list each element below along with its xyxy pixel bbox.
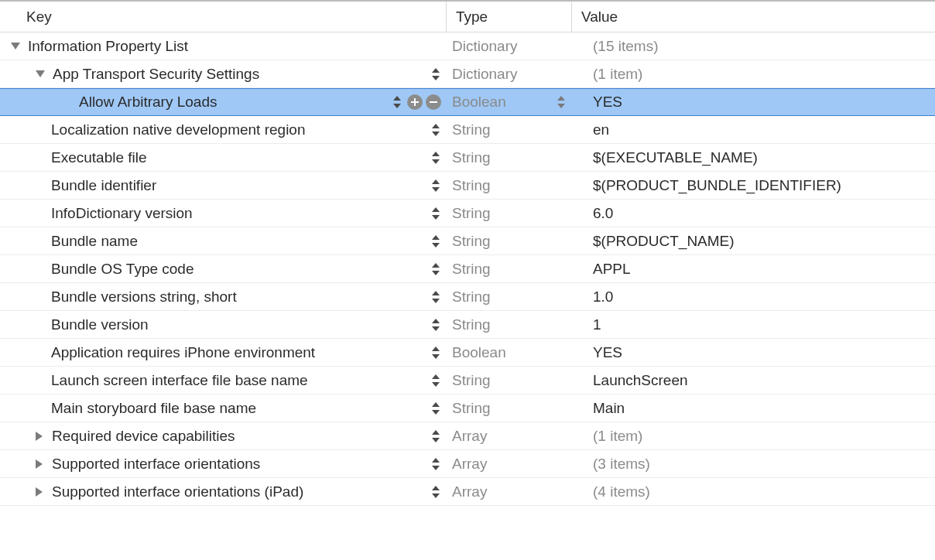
type-cell[interactable]: Dictionary [446,60,571,87]
value-cell[interactable]: YES [571,339,935,366]
key-cell[interactable]: Main storyboard file base name [0,394,446,422]
key-label[interactable]: Supported interface orientations (iPad) [52,483,430,500]
value-cell[interactable]: (1 item) [571,60,935,87]
key-label[interactable]: Localization native development region [51,121,430,138]
value-cell[interactable]: (15 items) [571,32,935,60]
table-row[interactable]: Executable fileString$(EXECUTABLE_NAME) [0,144,935,172]
key-stepper-icon[interactable] [430,233,441,250]
value-cell[interactable]: APPL [571,255,935,282]
value-cell[interactable]: YES [571,89,935,115]
key-label[interactable]: Allow Arbitrary Loads [79,94,392,111]
value-cell[interactable]: $(PRODUCT_NAME) [571,227,935,254]
value-cell[interactable]: (1 item) [571,422,935,449]
disclosure-triangle-right-icon[interactable] [36,459,43,469]
disclosure-triangle-right-icon[interactable] [36,487,43,497]
key-cell[interactable]: InfoDictionary version [0,200,446,227]
key-stepper-icon[interactable] [430,456,441,473]
type-cell[interactable]: Dictionary [446,32,571,60]
key-stepper-icon[interactable] [430,261,441,278]
key-label[interactable]: Executable file [51,149,430,166]
disclosure-triangle-right-icon[interactable] [36,432,43,441]
key-label[interactable]: App Transport Security Settings [53,66,430,83]
key-stepper-icon[interactable] [430,289,441,306]
table-row[interactable]: Required device capabilitiesArray(1 item… [0,422,935,450]
key-label[interactable]: Bundle OS Type code [51,261,430,278]
key-label[interactable]: InfoDictionary version [51,205,430,222]
value-cell[interactable]: $(EXECUTABLE_NAME) [571,144,935,171]
key-label[interactable]: Bundle versions string, short [51,289,430,306]
disclosure-triangle-down-icon[interactable] [36,70,45,77]
type-cell[interactable]: Array [446,478,571,505]
type-cell[interactable]: String [446,283,571,310]
type-cell[interactable]: String [446,172,571,199]
column-header-value[interactable]: Value [571,2,935,32]
key-stepper-icon[interactable] [430,66,441,83]
table-row[interactable]: Application requires iPhone environmentB… [0,339,935,367]
key-label[interactable]: Launch screen interface file base name [51,372,430,389]
table-row[interactable]: Launch screen interface file base nameSt… [0,367,935,394]
value-cell[interactable]: $(PRODUCT_BUNDLE_IDENTIFIER) [571,172,935,199]
table-row[interactable]: Bundle versions string, shortString1.0 [0,283,935,311]
type-cell[interactable]: String [446,144,571,171]
key-label[interactable]: Application requires iPhone environment [51,344,430,361]
key-cell[interactable]: Executable file [0,144,446,171]
type-cell[interactable]: Boolean [446,89,571,115]
key-cell[interactable]: Supported interface orientations [0,450,446,477]
value-cell[interactable]: en [571,116,935,143]
table-row[interactable]: Bundle OS Type codeStringAPPL [0,255,935,283]
key-cell[interactable]: Application requires iPhone environment [0,339,446,366]
key-cell[interactable]: Bundle versions string, short [0,283,446,310]
table-row[interactable]: Bundle versionString1 [0,311,935,339]
column-header-type[interactable]: Type [446,2,571,32]
key-label[interactable]: Bundle identifier [51,177,430,194]
value-cell[interactable]: 6.0 [571,200,935,227]
remove-row-icon[interactable] [426,94,441,110]
type-cell[interactable]: Boolean [446,339,571,366]
value-cell[interactable]: Main [571,394,935,422]
key-cell[interactable]: Bundle OS Type code [0,255,446,282]
key-stepper-icon[interactable] [430,205,441,222]
disclosure-triangle-down-icon[interactable] [11,43,20,50]
key-label[interactable]: Bundle version [51,316,430,333]
table-row[interactable]: Localization native development regionSt… [0,116,935,144]
key-label[interactable]: Supported interface orientations [52,456,430,473]
table-row[interactable]: Bundle nameString$(PRODUCT_NAME) [0,227,935,255]
key-stepper-icon[interactable] [430,121,441,138]
key-stepper-icon[interactable] [430,344,441,361]
value-cell[interactable]: LaunchScreen [571,367,935,394]
value-cell[interactable]: 1 [571,311,935,338]
key-cell[interactable]: Bundle name [0,227,446,254]
type-cell[interactable]: String [446,255,571,282]
key-label[interactable]: Required device capabilities [52,428,430,445]
key-cell[interactable]: Launch screen interface file base name [0,367,446,394]
value-cell[interactable]: (4 items) [571,478,935,505]
value-cell[interactable]: 1.0 [571,283,935,310]
type-cell[interactable]: String [446,311,571,338]
type-cell[interactable]: String [446,116,571,143]
add-row-icon[interactable] [407,94,423,110]
key-stepper-icon[interactable] [430,400,441,417]
type-cell[interactable]: Array [446,450,571,477]
type-cell[interactable]: String [446,200,571,227]
type-cell[interactable]: Array [446,422,571,449]
key-stepper-icon[interactable] [430,316,441,333]
key-cell[interactable]: Bundle version [0,311,446,338]
key-cell[interactable]: Information Property List [0,32,446,60]
table-row[interactable]: Main storyboard file base nameStringMain [0,394,935,422]
key-stepper-icon[interactable] [430,483,441,500]
table-row[interactable]: Information Property ListDictionary(15 i… [0,32,935,60]
key-label[interactable]: Main storyboard file base name [51,400,430,417]
type-stepper-icon[interactable] [556,96,567,108]
key-cell[interactable]: Allow Arbitrary Loads [0,89,446,115]
table-row[interactable]: App Transport Security SettingsDictionar… [0,60,935,88]
key-stepper-icon[interactable] [392,94,402,111]
key-cell[interactable]: App Transport Security Settings [0,60,446,87]
table-row[interactable]: Allow Arbitrary LoadsBooleanYES [0,88,935,116]
key-stepper-icon[interactable] [430,149,441,166]
key-stepper-icon[interactable] [430,428,441,445]
key-stepper-icon[interactable] [430,372,441,389]
table-row[interactable]: Bundle identifierString$(PRODUCT_BUNDLE_… [0,172,935,200]
column-header-key[interactable]: Key [0,2,446,32]
type-cell[interactable]: String [446,367,571,394]
key-stepper-icon[interactable] [430,177,441,194]
